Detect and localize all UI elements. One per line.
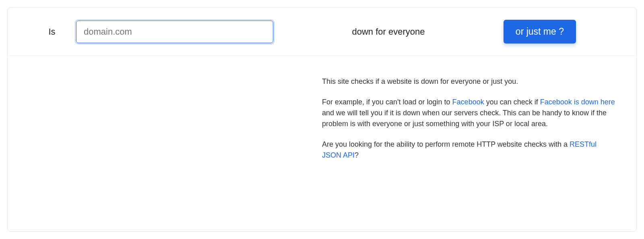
p2-text-a: For example, if you can't load or login … (322, 98, 452, 106)
description-paragraph-3: Are you looking for the ability to perfo… (322, 139, 616, 161)
content-left-spacer (28, 76, 322, 170)
label-is: Is (28, 27, 76, 37)
check-button[interactable]: or just me ? (504, 20, 576, 44)
description-block: This site checks if a website is down fo… (322, 76, 616, 170)
p2-text-c: and we will tell you if it is down when … (322, 109, 607, 128)
content-row: This site checks if a website is down fo… (8, 56, 636, 183)
p3-text-b: ? (355, 151, 359, 159)
check-form-row: Is down for everyone or just me ? (8, 8, 636, 56)
label-down-for-everyone: down for everyone (273, 27, 504, 37)
main-card: Is down for everyone or just me ? This s… (7, 7, 637, 232)
facebook-down-link[interactable]: Facebook is down here (540, 98, 615, 106)
facebook-link[interactable]: Facebook (452, 98, 484, 106)
domain-input[interactable] (76, 21, 273, 43)
p2-text-b: you can check if (484, 98, 540, 106)
description-paragraph-1: This site checks if a website is down fo… (322, 76, 616, 87)
p3-text-a: Are you looking for the ability to perfo… (322, 140, 570, 148)
description-paragraph-2: For example, if you can't load or login … (322, 97, 616, 129)
